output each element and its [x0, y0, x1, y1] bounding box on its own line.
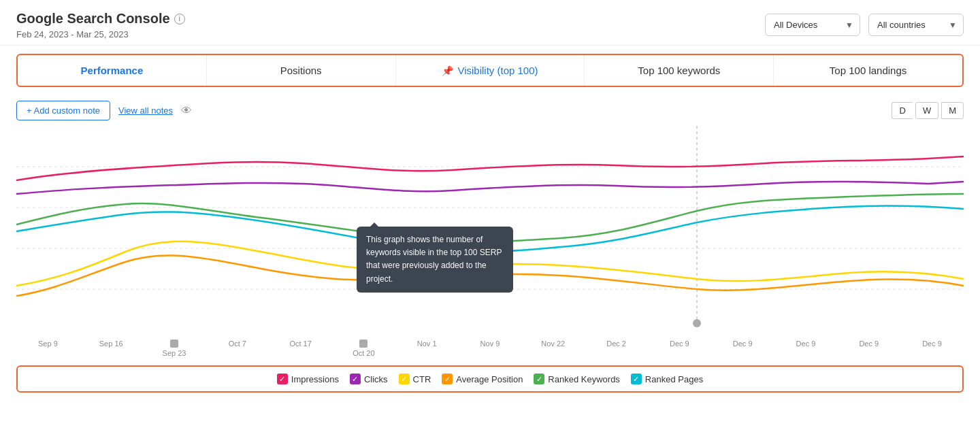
devices-select[interactable]: All Devices Desktop Mobile Tablet — [765, 14, 860, 36]
tab-performance-label: Performance — [81, 65, 144, 76]
x-label-nov1: Nov 1 — [395, 340, 459, 357]
time-buttons: D W M — [892, 102, 964, 119]
chart-area: This graph shows the number of keywords … — [16, 126, 964, 337]
legend-check-impressions: ✓ — [277, 374, 288, 384]
chart-svg — [16, 126, 964, 337]
tab-top100keywords[interactable]: Top 100 keywords — [585, 55, 774, 86]
legend-check-ctr: ✓ — [399, 374, 410, 384]
header-right: All Devices Desktop Mobile Tablet ▼ All … — [765, 14, 964, 36]
date-range: Feb 24, 2023 - Mar 25, 2023 — [16, 29, 185, 39]
devices-select-wrapper: All Devices Desktop Mobile Tablet ▼ — [765, 14, 860, 36]
legend-label-clicks: Clicks — [364, 374, 388, 384]
header: Google Search Console i Feb 24, 2023 - M… — [0, 0, 980, 46]
countries-select-wrapper: All countries United States United Kingd… — [868, 14, 964, 36]
legend-clicks[interactable]: ✓ Clicks — [350, 374, 388, 384]
add-custom-note-button[interactable]: + Add custom note — [16, 101, 110, 120]
tab-top100landings[interactable]: Top 100 landings — [774, 55, 962, 86]
legend-check-ranked-pages: ✓ — [631, 374, 642, 384]
x-label-sep23: Sep 23 — [143, 340, 206, 357]
x-label-nov9: Nov 9 — [459, 340, 522, 357]
x-label-sep9: Sep 9 — [16, 340, 80, 357]
tab-top100landings-label: Top 100 landings — [830, 65, 906, 76]
x-label-oct17: Oct 17 — [269, 340, 332, 357]
tabs-container: Performance Positions 📌 Visibility (top … — [16, 54, 964, 87]
legend-check-avg-position: ✓ — [442, 374, 453, 384]
x-label-oct20: Oct 20 — [332, 340, 395, 357]
toolbar-left: + Add custom note View all notes 👁 — [16, 101, 192, 120]
time-btn-w[interactable]: W — [915, 102, 938, 119]
x-axis: Sep 9 Sep 16 Sep 23 Oct 7 Oct 17 Oct 20 … — [0, 337, 980, 363]
x-label-nov22: Nov 22 — [521, 340, 585, 357]
legend-label-ranked-pages: Ranked Pages — [645, 374, 703, 384]
note-marker-oct20 — [359, 340, 368, 348]
tab-visibility-label: Visibility (top 100) — [457, 65, 538, 76]
svg-point-5 — [693, 319, 701, 327]
legend-label-ctr: CTR — [413, 374, 431, 384]
legend-label-impressions: Impressions — [291, 374, 339, 384]
page-title: Google Search Console i — [16, 11, 185, 27]
header-left: Google Search Console i Feb 24, 2023 - M… — [16, 11, 185, 39]
add-note-label: + Add custom note — [27, 105, 100, 116]
x-label-sep16: Sep 16 — [80, 340, 143, 357]
x-label-dec9d: Dec 9 — [837, 340, 900, 357]
legend-check-ranked-keywords: ✓ — [534, 374, 544, 384]
view-all-notes-button[interactable]: View all notes — [118, 105, 173, 116]
toolbar: + Add custom note View all notes 👁 D W M — [0, 95, 980, 126]
info-icon[interactable]: i — [174, 14, 185, 24]
legend-check-clicks: ✓ — [350, 374, 361, 384]
tab-visibility[interactable]: 📌 Visibility (top 100) — [396, 55, 585, 86]
note-marker-sep23 — [170, 340, 178, 348]
x-label-dec9a: Dec 9 — [648, 340, 711, 357]
countries-select[interactable]: All countries United States United Kingd… — [868, 14, 964, 36]
legend-ranked-pages[interactable]: ✓ Ranked Pages — [631, 374, 703, 384]
legend-avg-position[interactable]: ✓ Average Position — [442, 374, 523, 384]
x-label-dec9c: Dec 9 — [774, 340, 838, 357]
x-label-oct7: Oct 7 — [206, 340, 269, 357]
time-btn-m[interactable]: M — [941, 102, 964, 119]
tab-top100keywords-label: Top 100 keywords — [638, 65, 720, 76]
legend-container: ✓ Impressions ✓ Clicks ✓ CTR ✓ Average P… — [16, 365, 964, 393]
tab-positions-label: Positions — [280, 65, 322, 76]
x-label-dec2: Dec 2 — [585, 340, 648, 357]
tab-positions[interactable]: Positions — [207, 55, 396, 86]
legend-ranked-keywords[interactable]: ✓ Ranked Keywords — [534, 374, 620, 384]
eye-icon[interactable]: 👁 — [181, 105, 192, 117]
tab-performance[interactable]: Performance — [18, 55, 207, 86]
view-notes-label: View all notes — [118, 105, 173, 116]
x-label-dec9e: Dec 9 — [900, 340, 964, 357]
legend-label-ranked-keywords: Ranked Keywords — [548, 374, 620, 384]
pin-icon: 📌 — [442, 65, 453, 76]
legend-label-avg-position: Average Position — [456, 374, 523, 384]
time-btn-d[interactable]: D — [892, 102, 912, 119]
legend-impressions[interactable]: ✓ Impressions — [277, 374, 339, 384]
legend-ctr[interactable]: ✓ CTR — [399, 374, 431, 384]
x-label-dec9b: Dec 9 — [711, 340, 774, 357]
